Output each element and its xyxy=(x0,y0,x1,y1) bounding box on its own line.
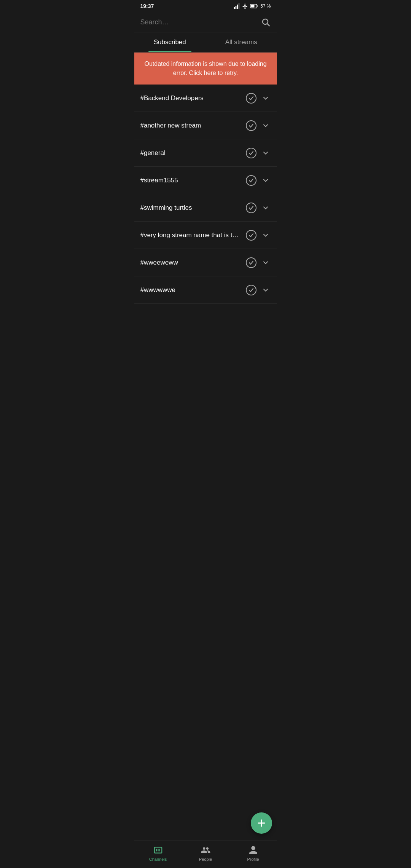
channels-icon xyxy=(153,845,163,855)
stream-actions xyxy=(245,202,271,214)
stream-item[interactable]: #stream1555 xyxy=(134,167,277,194)
search-bar xyxy=(134,12,277,32)
status-right: 57 % xyxy=(234,3,271,9)
stream-actions xyxy=(245,229,271,241)
tab-bar: Subscribed All streams xyxy=(134,32,277,53)
stream-item[interactable]: #general xyxy=(134,139,277,167)
airplane-icon xyxy=(242,3,248,9)
signal-icon xyxy=(234,3,240,9)
status-bar: 19:37 57 % xyxy=(134,0,277,12)
stream-item[interactable]: #wwwwwwe xyxy=(134,276,277,304)
page-content: Outdated information is shown due to loa… xyxy=(134,53,277,334)
battery-level: 57 % xyxy=(260,3,271,9)
nav-people[interactable]: People xyxy=(182,841,229,868)
subscribe-check-icon[interactable] xyxy=(245,284,257,296)
subscribe-check-icon[interactable] xyxy=(245,174,257,187)
battery-icon xyxy=(250,4,258,8)
svg-line-8 xyxy=(267,24,269,26)
add-stream-button[interactable] xyxy=(251,812,272,834)
bottom-nav: Channels People Profile xyxy=(134,841,277,868)
stream-item[interactable]: #Backend Developers xyxy=(134,85,277,112)
expand-chevron-icon[interactable] xyxy=(260,120,271,131)
tab-all-streams[interactable]: All streams xyxy=(206,32,277,52)
subscribe-check-icon[interactable] xyxy=(245,120,257,132)
expand-chevron-icon[interactable] xyxy=(260,175,271,186)
stream-item[interactable]: #another new stream xyxy=(134,112,277,139)
stream-item[interactable]: #very long stream name that is t… xyxy=(134,222,277,249)
subscribe-check-icon[interactable] xyxy=(245,229,257,241)
tab-subscribed[interactable]: Subscribed xyxy=(134,32,206,52)
status-time: 19:37 xyxy=(140,3,154,9)
search-input[interactable] xyxy=(140,18,260,26)
nav-profile[interactable]: Profile xyxy=(229,841,277,868)
svg-rect-0 xyxy=(234,7,235,9)
profile-icon xyxy=(248,845,258,855)
nav-profile-label: Profile xyxy=(247,857,259,862)
stream-actions xyxy=(245,284,271,296)
subscribe-check-icon[interactable] xyxy=(245,147,257,159)
expand-chevron-icon[interactable] xyxy=(260,257,271,268)
subscribe-check-icon[interactable] xyxy=(245,202,257,214)
nav-channels[interactable]: Channels xyxy=(134,841,182,868)
stream-actions xyxy=(245,174,271,187)
expand-chevron-icon[interactable] xyxy=(260,285,271,295)
svg-rect-3 xyxy=(239,3,240,9)
expand-chevron-icon[interactable] xyxy=(260,230,271,241)
svg-rect-1 xyxy=(236,6,237,9)
people-icon xyxy=(200,845,211,855)
nav-channels-label: Channels xyxy=(149,857,167,862)
expand-chevron-icon[interactable] xyxy=(260,203,271,213)
svg-rect-2 xyxy=(237,5,238,9)
stream-actions xyxy=(245,147,271,159)
stream-item[interactable]: #wweeweww xyxy=(134,249,277,276)
svg-rect-5 xyxy=(257,5,258,7)
stream-actions xyxy=(245,257,271,269)
expand-chevron-icon[interactable] xyxy=(260,148,271,158)
stream-actions xyxy=(245,120,271,132)
stream-list: #Backend Developers #another new st xyxy=(134,85,277,304)
svg-rect-6 xyxy=(251,5,255,8)
stream-item[interactable]: #swimming turtles xyxy=(134,194,277,222)
stream-actions xyxy=(245,92,271,104)
subscribe-check-icon[interactable] xyxy=(245,257,257,269)
expand-chevron-icon[interactable] xyxy=(260,93,271,104)
search-icon[interactable] xyxy=(260,17,271,27)
nav-people-label: People xyxy=(199,857,212,862)
error-banner[interactable]: Outdated information is shown due to loa… xyxy=(134,53,277,85)
subscribe-check-icon[interactable] xyxy=(245,92,257,104)
